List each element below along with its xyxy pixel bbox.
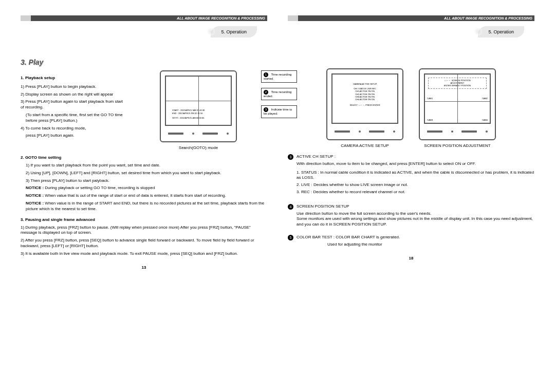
pause-step-1: 1) During playback, press [FRZ] button t… — [21, 225, 267, 236]
monitor-caption-goto: Search(GOTO) mode — [130, 145, 267, 150]
item5-head: COLOR BAR TEST : COLOR BAR CHART is gene… — [297, 235, 400, 239]
circle-5-icon: 5 — [288, 235, 293, 240]
item3-body: With direction button, move to item to b… — [297, 161, 534, 167]
item-5-block: 5 COLOR BAR TEST : COLOR BAR CHART is ge… — [288, 235, 534, 248]
notice-3: NOTICE : When value is in the range of S… — [26, 201, 267, 212]
circle-1-icon: 1 — [264, 72, 268, 77]
camera-active-caption: CAMERA ACTIVE SETUP — [326, 143, 403, 148]
header-bar-left: ALL ABOUT IMAGE RECOGNITION & PROCESSING — [21, 15, 267, 21]
screen-pos-caption: SCREEN POSITION ADJUSTMENT — [419, 143, 496, 148]
circle-3-icon: 3 — [264, 107, 268, 112]
item4-head: SCREEN POSITION SETUP — [297, 204, 534, 210]
section-title-play: 3. Play — [21, 58, 267, 66]
cam4-label: CAM4 — [482, 119, 488, 122]
step-3-note: (To start from a specific time, first se… — [21, 113, 123, 124]
cam2-label: CAM2 — [482, 98, 488, 100]
goto-end-line: END : 2002/APR/29 PM 02:11:56 — [172, 112, 205, 115]
goto-step-1: 1) If you want to start playback from th… — [21, 163, 267, 169]
goto-start-line: START : 2002/APR/12 AM 07:40:36 — [172, 109, 205, 112]
step-2: 2) Display screen as shown on the right … — [21, 92, 123, 98]
page-number-left: 13 — [21, 265, 267, 270]
cam-screen-footer: SELECT ↑↓←→, PRESS ENTER — [335, 104, 395, 106]
pause-step-2: 2) After you press [FRZ] button, press [… — [21, 238, 267, 249]
cam1-label: CAM1 — [427, 98, 433, 100]
step-3: 3) Press [PLAY] button again to start pl… — [21, 99, 123, 110]
monitor-drawing: START : 2002/APR/12 AM 07:40:36 END : 20… — [160, 70, 237, 142]
circle-3-icon: 3 — [288, 154, 293, 160]
step-4b: press [PLAY] button again. — [21, 133, 123, 139]
item-3-block: 3 ACTIVE CH SETUP : With direction butto… — [288, 154, 534, 197]
notice-1: NOTICE : During playback or setting GO T… — [26, 185, 267, 191]
item4-body: Use direction button to move the full sc… — [297, 211, 534, 228]
operation-label-right: 5. Operation — [478, 26, 524, 38]
camera-active-monitor-block: CAMERA ACTIVE SETUP CH# STATUS LIVE REC … — [326, 68, 403, 148]
operation-label-left: 5. Operation — [211, 26, 257, 38]
cam3-label: CAM3 — [427, 119, 433, 122]
pause-step-3: 3) It is available both in live view mod… — [21, 251, 267, 257]
monitor-goto-illustration: START : 2002/APR/12 AM 07:40:36 END : 20… — [130, 70, 267, 150]
cam-row-4: CH4 ACTIVE ON ON — [335, 98, 395, 101]
item-4-block: 4 SCREEN POSITION SETUP Use direction bu… — [288, 204, 534, 228]
circle-4-icon: 4 — [288, 204, 293, 210]
heading-playback-setup: 1. Playback setup — [21, 76, 123, 81]
screen-position-monitor-block: ↑↓←→ SCREEN POSITION ADJUSTMENT ENTER DE… — [419, 68, 496, 148]
circle-2-icon: 2 — [264, 90, 268, 95]
cam-screen-title: CAMERA ACTIVE SETUP — [335, 83, 395, 85]
step-4: 4) To come back to recording mode, — [21, 126, 123, 132]
page-number-right: 18 — [288, 256, 534, 260]
playback-text-column: 1. Playback setup 1) Press [PLAY] button… — [21, 70, 123, 150]
item3-sub1: 1. STATUS : In normal cable condition it… — [297, 170, 534, 181]
page-left: ALL ABOUT IMAGE RECOGNITION & PROCESSING… — [21, 15, 267, 270]
notice-2: NOTICE : When value that is out of the r… — [26, 193, 267, 199]
goto-step-3: 3) Then press [PLAY] button to start pal… — [21, 178, 267, 184]
step-1: 1) Press [PLAY] button to begin playback… — [21, 84, 123, 90]
item3-sub2: 2. LIVE : Decides whether to show LIVE s… — [297, 182, 534, 188]
item3-sub3: 3. REC : Decides whether to record relev… — [297, 190, 534, 195]
heading-goto-time: 2. GOTO time setting — [21, 155, 267, 160]
heading-pause-frame: 3. Pausing and single frame advanced — [21, 217, 267, 222]
item5-body: Used for adjusting the monitor — [327, 242, 400, 248]
header-bar-right: ALL ABOUT IMAGE RECOGNITION & PROCESSING — [288, 15, 534, 21]
item3-head: ACTIVE CH SETUP : — [297, 154, 534, 160]
page-right: ALL ABOUT IMAGE RECOGNITION & PROCESSING… — [288, 15, 534, 270]
goto-step-2: 2) Using [UP], [DOWN], [LEFT] and [RIGHT… — [21, 171, 267, 176]
goto-goto-line: GOTO : 2002/APR/15 AM 00:00:06 — [172, 117, 205, 120]
